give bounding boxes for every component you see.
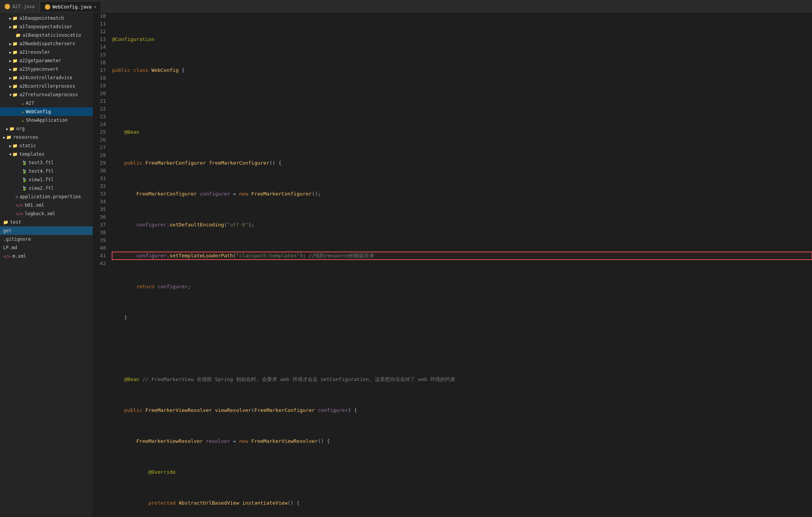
line-num-14: 14 (93, 43, 106, 51)
sidebar-item-a23[interactable]: ▶ 📁 a23typeconvert (0, 65, 93, 73)
punct: () { (288, 499, 300, 507)
punct: ); (300, 252, 308, 260)
punct: () { (269, 159, 281, 167)
sidebar-item-a17[interactable]: ▶ 📁 a17aopaspectadvisor (0, 22, 93, 31)
tab-webconfig[interactable]: WebConfig.java ✕ (40, 1, 101, 12)
sidebar-item-a16[interactable]: ▶ 📁 a16aoppointmatch (0, 14, 93, 22)
sidebar-item-appprops[interactable]: ⚙ application.properties (0, 192, 93, 201)
arrow-icon: ▶ (9, 76, 12, 80)
space (239, 499, 242, 507)
sidebar-item-WebConfig[interactable]: ☕ WebConfig (0, 107, 93, 116)
sidebar-label-a18: a18aopstaticinvocatio (22, 32, 81, 38)
typename: AbstractUrlBasedView (179, 499, 239, 507)
line-num-13: 🫘 13 (93, 36, 106, 43)
line-num-16: 16 (93, 59, 106, 66)
line-num-15: 15 (93, 51, 106, 59)
folder-icon: 📁 (12, 16, 18, 21)
sidebar-item-b01xml[interactable]: </> b01.xml (0, 201, 93, 209)
folder-icon: 📁 (12, 84, 18, 89)
sidebar-item-test3ftl[interactable]: 🍃 test3.ftl (0, 158, 93, 167)
indent (112, 159, 124, 167)
sidebar-item-templates[interactable]: ▼ 📁 templates (0, 150, 93, 158)
indent (112, 252, 136, 260)
sidebar-label-a23: a23typeconvert (19, 66, 58, 72)
sidebar-item-test4ftl[interactable]: 🍃 test4.ftl (0, 167, 93, 175)
punct: = (230, 190, 239, 198)
code-editor[interactable]: 10 🫘 11 12 🫘 13 14 15 16 17 18 19 20 🫘 2… (93, 12, 812, 517)
code-line-11: public class WebConfig { (112, 66, 812, 74)
line-numbers: 10 🫘 11 12 🫘 13 14 15 16 17 18 19 20 🫘 2… (93, 12, 109, 517)
sidebar-item-logbackxml[interactable]: </> logback.xml (0, 209, 93, 218)
line-num-32: 32 (93, 182, 106, 190)
sidebar-label-ShowApplication: ShowApplication (26, 117, 68, 123)
sidebar-label-A27: A27 (26, 100, 34, 106)
folder-icon: 📁 (12, 67, 18, 72)
sidebar-label-view1ftl: view1.ftl (29, 177, 54, 182)
annotation: @Configuration (112, 36, 155, 43)
methodname: freeMarkerConfigurer (209, 159, 269, 167)
java-icon (5, 4, 10, 9)
main-area: ▶ 📁 a16aoppointmatch ▶ 📁 a17aopaspectadv… (0, 12, 812, 517)
sidebar-label-gitignore: .gitignore (3, 236, 31, 242)
java-file-icon-selected: ☕ (22, 109, 24, 114)
punct: ( (233, 252, 236, 260)
sidebar-item-a26[interactable]: ▶ 📁 a26controllerprocess (0, 82, 93, 90)
sidebar-item-view1ftl[interactable]: 🍃 view1.ftl (0, 175, 93, 184)
sidebar-label-test3ftl: test3.ftl (29, 160, 54, 165)
indent (112, 314, 124, 321)
sidebar-item-get[interactable]: get (0, 226, 93, 235)
sidebar-label-appprops: application.properties (20, 194, 81, 199)
indent (112, 128, 124, 136)
ftl-icon: 🍃 (22, 186, 27, 191)
sidebar-item-a27folder[interactable]: ▼ 📁 a27returnvalueprocess (0, 90, 93, 99)
folder-icon: 📁 (12, 152, 18, 157)
sidebar-item-test[interactable]: 📁 test (0, 218, 93, 226)
sidebar-item-static[interactable]: ▶ 📁 static (0, 141, 93, 150)
sidebar-item-a22[interactable]: ▶ 📁 a22getparameter (0, 56, 93, 65)
tab-webconfig-label: WebConfig.java (53, 4, 92, 10)
sidebar-label-a22: a22getparameter (19, 58, 61, 63)
sidebar-item-view2ftl[interactable]: 🍃 view2.ftl (0, 184, 93, 192)
punct: } (124, 314, 127, 321)
folder-icon: 📁 (12, 58, 18, 63)
sidebar-label-lpmd: LP.md (3, 245, 17, 250)
code-line-20 (112, 345, 812, 352)
annotation: @Bean (124, 128, 139, 136)
indent (112, 221, 136, 229)
sidebar-item-org[interactable]: ▶ 📁 org (0, 124, 93, 133)
sidebar-item-mxml[interactable]: </> m.xml (0, 252, 93, 260)
line-num-33: 33 (93, 190, 106, 198)
sidebar-item-a24[interactable]: ▶ 📁 a24controlleradvice (0, 73, 93, 82)
code-line-22: public FreeMarkerViewResolver viewResolv… (112, 406, 812, 414)
sidebar-item-lpmd[interactable]: LP.md (0, 243, 93, 252)
sidebar-item-a20[interactable]: ▶ 📁 a20webdispatcherserv (0, 39, 93, 48)
tab-a27[interactable]: A27.java (0, 1, 40, 12)
sidebar-label-test: test (10, 219, 21, 225)
keyword: new (239, 437, 251, 445)
varname: configurer (136, 252, 167, 260)
sidebar-item-A27[interactable]: ☕ A27 (0, 99, 93, 107)
code-line-23: FreeMarkerViewResolver resolver = new Fr… (112, 437, 812, 445)
line-num-41: 41 (93, 252, 106, 260)
sidebar-label-a26: a26controllerprocess (19, 83, 75, 89)
sidebar-item-gitignore[interactable]: .gitignore (0, 235, 93, 243)
sidebar-item-resources[interactable]: ▶ 📁 resources (0, 133, 93, 141)
sidebar-label-resources: resources (13, 134, 38, 140)
space (206, 159, 209, 167)
keyword: protected (148, 499, 179, 507)
code-line-16: configurer.setDefaultEncoding("utf-8"); (112, 221, 812, 229)
tab-close-button[interactable]: ✕ (94, 5, 96, 9)
typename: WebConfig (152, 66, 179, 74)
annotation: @Override (148, 468, 175, 476)
typename: FreeMarkerConfigurer (251, 190, 312, 198)
line-num-22: 🫘 22 (93, 105, 106, 113)
sidebar-label-view2ftl: view2.ftl (29, 185, 54, 191)
methodname: setDefaultEncoding (170, 221, 224, 229)
methodname: viewResolver (215, 406, 251, 414)
sidebar-item-a21[interactable]: ▶ 📁 a21resovler (0, 48, 93, 56)
sidebar-item-a18[interactable]: 📁 a18aopstaticinvocatio (0, 31, 93, 39)
sidebar-item-ShowApplication[interactable]: ☕ ShowApplication (0, 116, 93, 124)
line-num-10: 10 (93, 12, 106, 20)
code-line-25: protected AbstractUrlBasedView instantia… (112, 499, 812, 507)
line-num-23: 23 (93, 113, 106, 121)
